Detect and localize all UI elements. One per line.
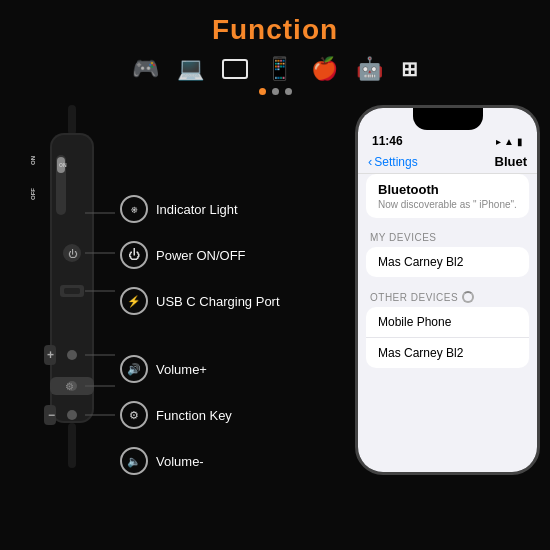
svg-text:⏻: ⏻ [68, 249, 78, 259]
other-device-name-1: Mobile Phone [378, 315, 451, 329]
dot-1 [259, 88, 266, 95]
svg-rect-19 [68, 423, 76, 468]
svg-point-12 [67, 350, 77, 360]
power-icon: ⏻ [120, 241, 148, 269]
device-image: ON ⏻ + ⚙ − [0, 105, 200, 485]
page-title: Function [0, 0, 550, 46]
power-onoff-text: Power ON/OFF [156, 248, 246, 263]
function-key-label: ⚙ Function Key [120, 401, 280, 429]
other-device-name-2: Mas Carney Bl2 [378, 346, 463, 360]
volume-minus-text: Volume- [156, 454, 204, 469]
svg-text:+: + [47, 348, 54, 362]
volume-minus-icon: 🔈 [120, 447, 148, 475]
loading-spinner [462, 291, 474, 303]
bluetooth-card: Bluetooth Now discoverable as " iPhone". [366, 174, 529, 218]
battery-icon: ▮ [517, 136, 523, 147]
my-device-row-1[interactable]: Mas Carney Bl2 [366, 247, 529, 277]
volume-plus-label: 🔊 Volume+ [120, 355, 280, 383]
other-devices-label-text: OTHER DEVICES [370, 292, 458, 303]
svg-rect-9 [64, 288, 80, 294]
function-icon: ⚙ [120, 401, 148, 429]
svg-text:ON: ON [59, 162, 67, 168]
device-svg: ON ⏻ + ⚙ − [30, 105, 120, 475]
bluetooth-row: Bluetooth Now discoverable as " iPhone". [366, 174, 529, 218]
svg-text:ON: ON [30, 156, 36, 165]
phone-icon: 📱 [266, 56, 293, 82]
bluetooth-icon: ⎈ [120, 195, 148, 223]
status-icons: ▸ ▲ ▮ [496, 136, 523, 147]
phone-frame: 11:46 ▸ ▲ ▮ ‹ Settings Bluet [355, 105, 540, 475]
apple-icon: 🍎 [311, 56, 338, 82]
feature-labels: ⎈ Indicator Light ⏻ Power ON/OFF ⚡ USB C… [120, 125, 280, 493]
volume-plus-text: Volume+ [156, 362, 207, 377]
bluetooth-sub: Now discoverable as " iPhone". [378, 199, 517, 210]
volume-plus-icon: 🔊 [120, 355, 148, 383]
phone-notch [413, 108, 483, 130]
svg-text:OFF: OFF [30, 188, 36, 200]
volume-minus-label: 🔈 Volume- [120, 447, 280, 475]
status-time: 11:46 [372, 134, 403, 148]
other-devices-card: Mobile Phone Mas Carney Bl2 [366, 307, 529, 368]
windows-icon: ⊞ [401, 57, 418, 81]
other-device-row-1[interactable]: Mobile Phone [366, 307, 529, 338]
indicator-light-text: Indicator Light [156, 202, 238, 217]
dot-3 [285, 88, 292, 95]
other-device-row-2[interactable]: Mas Carney Bl2 [366, 338, 529, 368]
location-icon: ▸ [496, 136, 501, 147]
android-icon: 🤖 [356, 56, 383, 82]
carousel-dots [0, 88, 550, 95]
svg-point-18 [67, 410, 77, 420]
wifi-icon: ▲ [504, 136, 514, 147]
svg-text:⚙: ⚙ [65, 381, 74, 392]
my-device-name-1: Mas Carney Bl2 [378, 255, 463, 269]
bluetooth-title: Bluetooth [378, 182, 517, 197]
back-chevron-icon: ‹ [368, 154, 372, 169]
usb-icon: ⚡ [120, 287, 148, 315]
usb-c-label: ⚡ USB C Charging Port [120, 287, 280, 315]
dot-2 [272, 88, 279, 95]
function-key-text: Function Key [156, 408, 232, 423]
settings-body: Bluetooth Now discoverable as " iPhone".… [358, 174, 537, 368]
tablet-icon [222, 59, 248, 79]
status-bar: 11:46 ▸ ▲ ▮ [358, 132, 537, 150]
platform-icons-row: 🎮 💻 📱 🍎 🤖 ⊞ [0, 56, 550, 82]
svg-text:−: − [48, 408, 55, 422]
other-devices-label: OTHER DEVICES [358, 283, 537, 307]
gamepad-icon: 🎮 [132, 56, 159, 82]
usb-c-text: USB C Charging Port [156, 294, 280, 309]
my-devices-card: Mas Carney Bl2 [366, 247, 529, 277]
indicator-light-label: ⎈ Indicator Light [120, 195, 280, 223]
nav-title: Bluet [495, 154, 528, 169]
phone-mockup: 11:46 ▸ ▲ ▮ ‹ Settings Bluet [355, 105, 540, 475]
power-onoff-label: ⏻ Power ON/OFF [120, 241, 280, 269]
my-devices-label: MY DEVICES [358, 224, 537, 247]
nav-bar[interactable]: ‹ Settings Bluet [358, 150, 537, 174]
laptop-icon: 💻 [177, 56, 204, 82]
nav-back-label: Settings [374, 155, 417, 169]
svg-rect-0 [68, 105, 76, 135]
nav-back-button[interactable]: ‹ Settings [368, 154, 418, 169]
phone-screen: 11:46 ▸ ▲ ▮ ‹ Settings Bluet [358, 108, 537, 472]
